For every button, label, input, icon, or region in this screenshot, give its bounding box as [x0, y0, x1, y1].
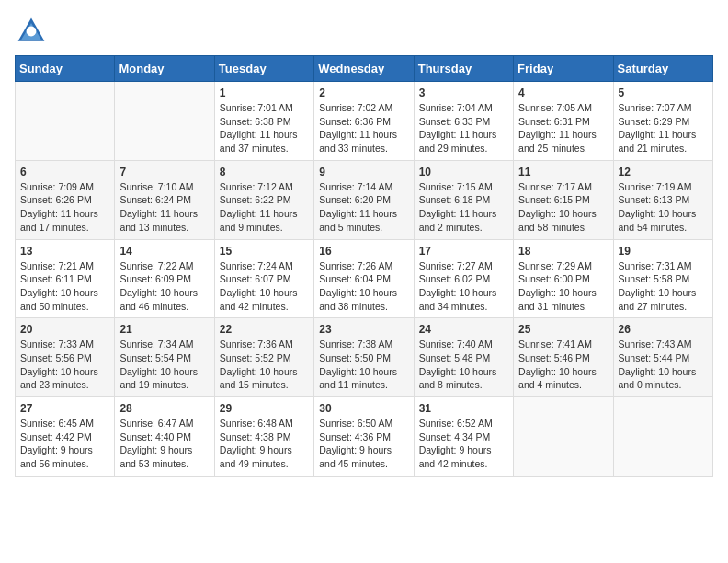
- day-info: Sunrise: 7:26 AMSunset: 6:04 PMDaylight:…: [319, 259, 408, 314]
- calendar-cell: 18Sunrise: 7:29 AMSunset: 6:00 PMDayligh…: [514, 239, 613, 318]
- day-number: 14: [119, 245, 209, 258]
- day-info: Sunrise: 7:43 AMSunset: 5:44 PMDaylight:…: [619, 338, 708, 392]
- day-number: 30: [319, 402, 408, 415]
- calendar-cell: 16Sunrise: 7:26 AMSunset: 6:04 PMDayligh…: [314, 239, 414, 318]
- calendar-cell: 10Sunrise: 7:15 AMSunset: 6:18 PMDayligh…: [414, 160, 513, 239]
- day-info: Sunrise: 7:36 AMSunset: 5:52 PMDaylight:…: [220, 338, 309, 392]
- header-monday: Monday: [115, 56, 214, 82]
- day-info: Sunrise: 6:45 AMSunset: 4:42 PMDaylight:…: [20, 417, 109, 471]
- day-info: Sunrise: 6:47 AMSunset: 4:40 PMDaylight:…: [119, 417, 209, 471]
- day-info: Sunrise: 7:02 AMSunset: 6:36 PMDaylight:…: [319, 101, 408, 155]
- day-number: 6: [20, 166, 109, 178]
- day-number: 23: [319, 323, 408, 336]
- day-number: 19: [619, 245, 708, 258]
- header-friday: Friday: [514, 56, 613, 82]
- day-number: 24: [419, 323, 508, 336]
- header-saturday: Saturday: [613, 56, 712, 82]
- calendar-cell: 31Sunrise: 6:52 AMSunset: 4:34 PMDayligh…: [414, 397, 513, 477]
- day-info: Sunrise: 7:31 AMSunset: 5:58 PMDaylight:…: [619, 259, 708, 314]
- day-info: Sunrise: 6:52 AMSunset: 4:34 PMDaylight:…: [419, 417, 508, 471]
- day-number: 29: [220, 402, 309, 415]
- day-number: 10: [419, 166, 508, 178]
- day-number: 22: [220, 323, 309, 336]
- calendar-week-2: 6Sunrise: 7:09 AMSunset: 6:26 PMDaylight…: [16, 160, 713, 239]
- day-info: Sunrise: 7:29 AMSunset: 6:00 PMDaylight:…: [518, 259, 608, 314]
- day-info: Sunrise: 7:09 AMSunset: 6:26 PMDaylight:…: [20, 180, 109, 235]
- svg-point-2: [27, 27, 37, 37]
- calendar-cell: 9Sunrise: 7:14 AMSunset: 6:20 PMDaylight…: [314, 160, 414, 239]
- day-info: Sunrise: 7:05 AMSunset: 6:31 PMDaylight:…: [518, 101, 608, 155]
- calendar-cell: 15Sunrise: 7:24 AMSunset: 6:07 PMDayligh…: [214, 239, 313, 318]
- day-number: 25: [518, 323, 608, 336]
- day-info: Sunrise: 7:34 AMSunset: 5:54 PMDaylight:…: [119, 338, 209, 392]
- calendar-week-4: 20Sunrise: 7:33 AMSunset: 5:56 PMDayligh…: [16, 318, 713, 397]
- calendar-cell: 24Sunrise: 7:40 AMSunset: 5:48 PMDayligh…: [414, 318, 513, 397]
- calendar-cell: 13Sunrise: 7:21 AMSunset: 6:11 PMDayligh…: [16, 239, 115, 318]
- calendar-cell: 2Sunrise: 7:02 AMSunset: 6:36 PMDaylight…: [314, 82, 414, 161]
- calendar-cell: 5Sunrise: 7:07 AMSunset: 6:29 PMDaylight…: [613, 82, 712, 161]
- calendar-cell: 17Sunrise: 7:27 AMSunset: 6:02 PMDayligh…: [414, 239, 513, 318]
- calendar-cell: 11Sunrise: 7:17 AMSunset: 6:15 PMDayligh…: [514, 160, 613, 239]
- calendar-cell: 30Sunrise: 6:50 AMSunset: 4:36 PMDayligh…: [314, 397, 414, 477]
- calendar-week-3: 13Sunrise: 7:21 AMSunset: 6:11 PMDayligh…: [16, 239, 713, 318]
- calendar-cell: 23Sunrise: 7:38 AMSunset: 5:50 PMDayligh…: [314, 318, 414, 397]
- day-number: 9: [319, 166, 408, 178]
- day-number: 21: [119, 323, 209, 336]
- calendar-cell: 27Sunrise: 6:45 AMSunset: 4:42 PMDayligh…: [16, 397, 115, 477]
- calendar-cell: 7Sunrise: 7:10 AMSunset: 6:24 PMDaylight…: [115, 160, 214, 239]
- day-info: Sunrise: 6:50 AMSunset: 4:36 PMDaylight:…: [319, 417, 408, 471]
- calendar-cell: 12Sunrise: 7:19 AMSunset: 6:13 PMDayligh…: [613, 160, 712, 239]
- day-number: 1: [220, 86, 309, 99]
- day-number: 2: [319, 86, 408, 99]
- day-number: 5: [619, 86, 708, 99]
- day-number: 28: [119, 402, 209, 415]
- calendar-cell: 3Sunrise: 7:04 AMSunset: 6:33 PMDaylight…: [414, 82, 513, 161]
- calendar-table: SundayMondayTuesdayWednesdayThursdayFrid…: [15, 55, 713, 477]
- calendar-cell: 21Sunrise: 7:34 AMSunset: 5:54 PMDayligh…: [115, 318, 214, 397]
- day-info: Sunrise: 7:14 AMSunset: 6:20 PMDaylight:…: [319, 180, 408, 235]
- calendar-week-5: 27Sunrise: 6:45 AMSunset: 4:42 PMDayligh…: [16, 397, 713, 477]
- calendar-cell: 28Sunrise: 6:47 AMSunset: 4:40 PMDayligh…: [115, 397, 214, 477]
- day-number: 8: [220, 166, 309, 178]
- day-info: Sunrise: 6:48 AMSunset: 4:38 PMDaylight:…: [220, 417, 309, 471]
- calendar-cell: [613, 397, 712, 477]
- day-number: 13: [20, 245, 109, 258]
- calendar-cell: 20Sunrise: 7:33 AMSunset: 5:56 PMDayligh…: [16, 318, 115, 397]
- day-number: 18: [518, 245, 608, 258]
- day-number: 15: [220, 245, 309, 258]
- day-info: Sunrise: 7:04 AMSunset: 6:33 PMDaylight:…: [419, 101, 508, 155]
- calendar-cell: 19Sunrise: 7:31 AMSunset: 5:58 PMDayligh…: [613, 239, 712, 318]
- day-info: Sunrise: 7:15 AMSunset: 6:18 PMDaylight:…: [419, 180, 508, 235]
- day-number: 12: [619, 166, 708, 178]
- day-number: 4: [518, 86, 608, 99]
- calendar-header-row: SundayMondayTuesdayWednesdayThursdayFrid…: [16, 56, 713, 82]
- day-info: Sunrise: 7:41 AMSunset: 5:46 PMDaylight:…: [518, 338, 608, 392]
- day-info: Sunrise: 7:33 AMSunset: 5:56 PMDaylight:…: [20, 338, 109, 392]
- calendar-cell: 29Sunrise: 6:48 AMSunset: 4:38 PMDayligh…: [214, 397, 313, 477]
- calendar-cell: 26Sunrise: 7:43 AMSunset: 5:44 PMDayligh…: [613, 318, 712, 397]
- day-number: 26: [619, 323, 708, 336]
- calendar-cell: [115, 82, 214, 161]
- header-wednesday: Wednesday: [314, 56, 414, 82]
- calendar-cell: 25Sunrise: 7:41 AMSunset: 5:46 PMDayligh…: [514, 318, 613, 397]
- logo-icon: [15, 15, 48, 48]
- calendar-week-1: 1Sunrise: 7:01 AMSunset: 6:38 PMDaylight…: [16, 82, 713, 161]
- calendar-cell: 22Sunrise: 7:36 AMSunset: 5:52 PMDayligh…: [214, 318, 313, 397]
- day-info: Sunrise: 7:10 AMSunset: 6:24 PMDaylight:…: [119, 180, 209, 235]
- header-tuesday: Tuesday: [214, 56, 313, 82]
- day-number: 31: [419, 402, 508, 415]
- day-info: Sunrise: 7:19 AMSunset: 6:13 PMDaylight:…: [619, 180, 708, 235]
- day-number: 3: [419, 86, 508, 99]
- header-sunday: Sunday: [16, 56, 115, 82]
- logo: [15, 15, 53, 48]
- day-info: Sunrise: 7:40 AMSunset: 5:48 PMDaylight:…: [419, 338, 508, 392]
- day-info: Sunrise: 7:07 AMSunset: 6:29 PMDaylight:…: [619, 101, 708, 155]
- calendar-cell: 6Sunrise: 7:09 AMSunset: 6:26 PMDaylight…: [16, 160, 115, 239]
- header-thursday: Thursday: [414, 56, 513, 82]
- day-info: Sunrise: 7:24 AMSunset: 6:07 PMDaylight:…: [220, 259, 309, 314]
- day-info: Sunrise: 7:12 AMSunset: 6:22 PMDaylight:…: [220, 180, 309, 235]
- calendar-cell: 8Sunrise: 7:12 AMSunset: 6:22 PMDaylight…: [214, 160, 313, 239]
- day-number: 17: [419, 245, 508, 258]
- day-number: 16: [319, 245, 408, 258]
- page-header: [15, 15, 713, 48]
